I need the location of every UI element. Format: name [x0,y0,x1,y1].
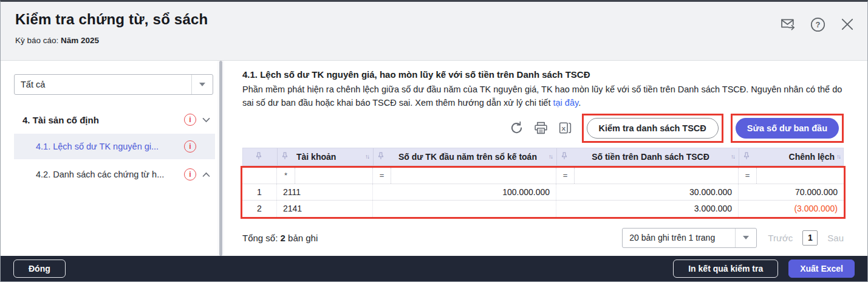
header-actions: ? [779,15,856,33]
footer-actions: In kết quả kiểm tra Xuất Excel [673,260,855,278]
filter-cell-book-balance: = [372,168,556,184]
pin-icon[interactable] [256,152,262,162]
tree-item-label: 4.1. Lệch số dư TK nguyên gi... [36,142,184,151]
tree-group-fixed-assets[interactable]: 4. Tài sản cố định i [14,108,215,131]
filter-operator[interactable]: * [277,168,295,184]
column-label: Số tiền trên Danh sách TSCĐ [570,152,731,162]
pin-icon[interactable] [282,152,288,162]
filter-operator[interactable]: = [373,168,391,184]
tree-item-4-2[interactable]: 4.2. Danh sách các chứng từ h... i [14,162,215,187]
report-period-label: Kỳ báo cáo: [15,36,58,45]
close-icon[interactable] [838,15,856,33]
record-count-label: Tổng số: [242,233,278,243]
annotation-box-table-rows: * = = = [241,166,846,219]
next-page-button[interactable]: Sau [827,233,844,243]
help-link[interactable]: tại đây [553,98,579,108]
cell-difference: 70.000.000 [738,184,844,200]
header-cell-account[interactable]: Tài khoản ↑↓ [277,148,373,165]
filter-input-account[interactable] [295,168,372,184]
dialog-footer: Đóng In kết quả kiểm tra Xuất Excel [1,256,867,281]
dialog-body: Tất cả 4. Tài sản cố định i 4.1. Lệch số… [1,61,867,256]
record-count-unit: bản ghi [288,233,318,243]
filter-input-difference[interactable] [757,168,844,184]
filter-input-book-balance[interactable] [391,168,556,184]
table-header-row: Tài khoản ↑↓ Số dư TK đầu năm trên sổ kế… [242,148,844,166]
filter-input-asset-list-amount[interactable] [575,168,738,184]
column-label: Số dư TK đầu năm trên sổ kế toán [387,152,548,162]
category-filter-select[interactable]: Tất cả [14,74,213,95]
cell-difference: (3.000.000) [738,201,844,217]
header-cell-difference[interactable]: Chênh lệch ↑↓ [739,148,844,165]
pagination: 20 bản ghi trên 1 trang Trước 1 Sau [622,228,844,248]
chevron-down-icon[interactable] [202,117,210,123]
error-info-icon: i [184,140,196,153]
pin-icon[interactable] [378,152,384,162]
dialog-window: Kiểm tra chứng từ, sổ sách Kỳ báo cáo: N… [0,0,868,282]
cell-index: 1 [242,184,276,200]
column-label: Tài khoản [296,152,336,162]
cell-index: 2 [242,201,276,217]
pin-icon[interactable] [743,152,750,162]
page-size-select[interactable]: 20 bản ghi trên 1 trang [622,228,757,248]
error-info-icon: i [184,168,196,181]
export-excel-icon[interactable]: X [556,119,575,137]
header-cell-pin [243,148,277,165]
chevron-up-icon[interactable] [202,172,210,177]
fix-opening-balance-button[interactable]: Sửa số dư ban đầu [736,118,839,139]
current-page-box[interactable]: 1 [802,230,818,246]
filter-cell-asset-list-amount: = [556,168,738,184]
record-count-value: 2 [281,233,285,243]
cell-book-balance [372,201,556,217]
cell-account: 2111 [276,184,372,200]
print-result-button[interactable]: In kết quả kiểm tra [673,260,778,278]
column-label: Chênh lệch [753,152,836,162]
result-table: Tài khoản ↑↓ Số dư TK đầu năm trên sổ kế… [242,148,844,219]
filter-cell-account: * [276,168,372,184]
cell-account: 2141 [276,201,372,217]
sidebar-scrollbar[interactable] [217,61,224,256]
chevron-down-icon[interactable] [191,75,213,94]
sort-icon[interactable]: ↑↓ [365,153,369,160]
page-size-value: 20 bản ghi trên 1 trang [623,229,735,247]
sidebar: Tất cả 4. Tài sản cố định i 4.1. Lệch số… [1,61,217,256]
annotation-box-fix-balance: Sửa số dư ban đầu [731,114,844,143]
section-title: 4.1. Lệch số dư TK nguyên giá, hao mòn l… [242,69,867,80]
annotation-box-check-list: Kiểm tra danh sách TSCĐ [582,114,723,143]
sort-icon[interactable]: ↑↓ [548,153,552,160]
cell-book-balance: 100.000.000 [372,184,556,200]
check-asset-list-button[interactable]: Kiểm tra danh sách TSCĐ [587,118,719,139]
table-row[interactable]: 2 2141 3.000.000 (3.000.000) [242,201,844,217]
check-tree: 4. Tài sản cố định i 4.1. Lệch số dư TK … [14,108,217,187]
close-button[interactable]: Đóng [13,260,66,278]
chevron-down-icon[interactable] [735,229,756,247]
pin-icon[interactable] [561,152,567,162]
filter-operator[interactable]: = [556,168,575,184]
record-count: Tổng số: 2 bản ghi [242,233,318,243]
tree-item-label: 4.2. Danh sách các chứng từ h... [36,170,184,179]
description-text: Phần mềm phát hiện ra chênh lệch giữa số… [242,84,842,108]
header-cell-book-balance[interactable]: Số dư TK đầu năm trên sổ kế toán ↑↓ [373,148,556,165]
tree-item-4-1[interactable]: 4.1. Lệch số dư TK nguyên gi... i [14,134,215,159]
main-panel: 4.1. Lệch số dư TK nguyên giá, hao mòn l… [224,61,867,256]
dialog-header: Kiểm tra chứng từ, sổ sách Kỳ báo cáo: N… [1,2,867,61]
filter-row: * = = = [242,168,844,184]
print-icon[interactable] [532,119,550,137]
sort-icon[interactable]: ↑↓ [731,153,734,160]
svg-text:X: X [562,125,566,132]
header-cell-asset-list-amount[interactable]: Số tiền trên Danh sách TSCĐ ↑↓ [556,148,739,165]
export-excel-button[interactable]: Xuất Excel [788,260,855,278]
prev-page-button[interactable]: Trước [768,233,793,243]
filter-operator[interactable]: = [739,168,757,184]
send-feedback-icon[interactable] [779,15,797,33]
table-row[interactable]: 1 2111 100.000.000 30.000.000 70.000.000 [242,184,844,201]
svg-text:?: ? [815,20,820,29]
help-icon[interactable]: ? [808,15,827,33]
sort-icon[interactable]: ↑↓ [836,153,840,160]
filter-cell-index [242,168,276,184]
scrollbar-thumb[interactable] [219,61,222,256]
page-title: Kiểm tra chứng từ, sổ sách [15,11,853,28]
table-footer: Tổng số: 2 bản ghi 20 bản ghi trên 1 tra… [242,228,844,248]
description-period: . [578,98,581,108]
refresh-icon[interactable] [508,119,526,137]
table-toolbar: X Kiểm tra danh sách TSCĐ Sửa số dư ban … [242,114,844,143]
